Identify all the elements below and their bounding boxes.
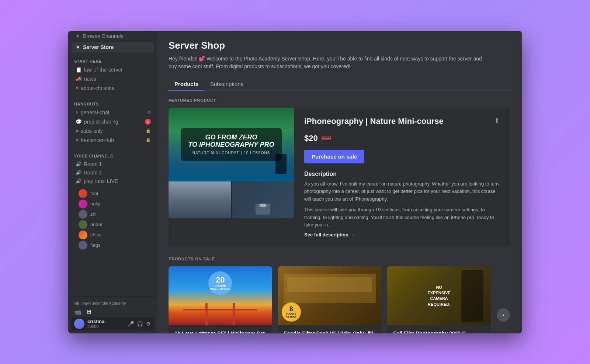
featured-thumbnails (169, 181, 294, 218)
wallpaper-badge: 20 UNIQUEWALLPAPERS (208, 271, 232, 295)
thumbnail-2 (231, 181, 294, 218)
featured-product-images: GO FROM ZEROTO IPHONEOGRAPHY PRO NATURE … (169, 108, 294, 247)
settings-icon: ⚙ (147, 110, 151, 115)
sidebar-item-about-label: about-christina (81, 85, 115, 91)
featured-product-card: GO FROM ZEROTO IPHONEOGRAPHY PRO NATURE … (169, 108, 510, 247)
sidebar-bottom: 📹 play-runs/Indie Academy 📹 🖥 cristina #… (68, 296, 157, 333)
voice-user-ander[interactable]: ander (68, 219, 157, 230)
price-original: $30 (322, 135, 332, 142)
avatar-zhi (79, 210, 87, 219)
browse-channels-label: Browse Channels (83, 33, 124, 39)
text-channel-icon: 📋 (76, 67, 82, 73)
thread-icon: # (76, 85, 79, 91)
hash-icon: # (76, 110, 79, 115)
mic-icon[interactable]: 🎤 (128, 321, 134, 327)
sidebar-item-law[interactable]: 📋 law-of-the-server (71, 65, 154, 74)
sidebar-item-law-label: law-of-the-server (84, 67, 123, 73)
description-title: Description (304, 171, 500, 177)
start-here-header: START HERE (68, 56, 157, 65)
settings-btn[interactable]: ⚙ (146, 321, 151, 327)
sidebar-item-news[interactable]: 📣 news (71, 74, 154, 83)
server-store-item[interactable]: ✦ Server Store (71, 42, 154, 52)
voice-users-list: tobi holly zhi ander chloe flags (68, 188, 157, 250)
avatar-holly (79, 200, 87, 208)
voice-user-tobi[interactable]: tobi (68, 188, 157, 199)
sidebar-item-about[interactable]: # about-christina (71, 84, 154, 93)
sidebar-item-subs[interactable]: # subs-only 🔒 (71, 126, 154, 135)
tab-subscriptions[interactable]: Subscriptions (204, 78, 249, 91)
announcement-icon: 📣 (76, 76, 82, 82)
sidebar-item-freelancer[interactable]: # freelancer-hub 🔒 (71, 136, 154, 145)
wallpaper-product-image: 20 UNIQUEWALLPAPERS (169, 266, 272, 325)
voice-user-chloe-name: chloe (90, 232, 102, 238)
voice-channels-section: VOICE CHANNELS 🔊 Room 1 🔊 Room 2 🔊 play … (68, 148, 157, 188)
wallpaper-product-name: "A Love Letter to SF" | Wallpaper Set (174, 330, 266, 333)
tab-products[interactable]: Products (169, 78, 204, 91)
avatar-chloe (79, 230, 87, 239)
bottom-channel-info: 📹 play-runs/Indie Academy (71, 299, 154, 307)
avatar-tobi (79, 189, 87, 198)
lock-icon-2: 🔒 (146, 138, 151, 142)
headset-icon[interactable]: 🎧 (137, 321, 143, 327)
food-product-name: Foodie Filter Pack V5 | 24hr Only! 🍱 (284, 330, 376, 333)
user-controls: 🎤 🎧 ⚙ (128, 321, 151, 327)
video-icon: 📹 (74, 301, 79, 306)
featured-label: FEATURED PRODUCT (169, 98, 510, 103)
voice-channel-room2[interactable]: 🔊 Room 2 (71, 169, 154, 177)
see-full-description-link[interactable]: See full description → (304, 232, 500, 238)
featured-product-info: iPhoneography | Nature Mini-course ⬆ $20… (294, 108, 510, 247)
screen-share-btn[interactable]: 🖥 (86, 309, 92, 316)
app-window: ✦ Browse Channels ✦ Server Store START H… (68, 31, 522, 333)
speaker-icon: 🔊 (76, 161, 81, 167)
voice-user-chloe[interactable]: chloe (68, 230, 157, 240)
voice-user-zhi[interactable]: zhi (68, 209, 157, 219)
share-button[interactable]: ⬆ (494, 117, 500, 125)
sidebar-item-project[interactable]: 💬 project-sharing 1 (71, 117, 154, 126)
speaker-icon-3: 🔊 (76, 178, 81, 184)
user-bar: cristina #0000 🎤 🎧 ⚙ (71, 317, 154, 330)
sidebar-item-news-label: news (84, 76, 96, 82)
main-content: Server Shop Hey friends!! 💕 Welcome to t… (157, 31, 522, 333)
description-para-1: As you all know, I've built my career on… (304, 180, 500, 203)
voice-user-zhi-name: zhi (90, 211, 97, 217)
thumbnail-1 (169, 181, 231, 218)
compass-icon: ✦ (76, 33, 80, 39)
food-product-image: 8 FOODIEFILTERS (278, 266, 382, 325)
voice-channel-room1[interactable]: 🔊 Room 1 (71, 160, 154, 168)
product-card-food[interactable]: 8 FOODIEFILTERS Foodie Filter Pack V5 | … (278, 266, 382, 333)
food-product-info: Foodie Filter Pack V5 | 24hr Only! 🍱 Tak… (278, 325, 382, 333)
bottom-controls: 📹 🖥 (71, 307, 154, 317)
sidebar-item-general[interactable]: # general-chat ⚙ (71, 108, 154, 117)
products-on-sale-row: 20 UNIQUEWALLPAPERS "A Love Letter to SF… (169, 266, 510, 333)
voice-user-flags-name: flags (90, 242, 100, 248)
user-tag: #0000 (87, 324, 104, 329)
browse-channels-item[interactable]: ✦ Browse Channels (71, 32, 154, 41)
voice-channel-playruns[interactable]: 🔊 play runs LIVE (71, 177, 154, 185)
featured-main-image: GO FROM ZEROTO IPHONEOGRAPHY PRO NATURE … (169, 108, 294, 181)
voice-user-flags[interactable]: flags (68, 240, 157, 250)
voice-playruns-label: play runs (84, 178, 105, 184)
lock-icon: 🔒 (146, 128, 151, 133)
product-card-wallpaper[interactable]: 20 UNIQUEWALLPAPERS "A Love Letter to SF… (169, 266, 272, 333)
product-card-film[interactable]: NOEXPENSIVECAMERAREQUIRED. Full Film Pho… (387, 266, 491, 333)
featured-product-title: iPhoneography | Nature Mini-course (304, 117, 444, 126)
server-store-label: Server Store (83, 44, 114, 50)
speaker-icon-2: 🔊 (76, 170, 81, 175)
purchase-button[interactable]: Purchase on sale (304, 150, 364, 163)
voice-user-holly-name: holly (90, 201, 100, 207)
price-row: $20 $30 (304, 134, 500, 143)
voice-user-holly[interactable]: holly (68, 199, 157, 209)
next-products-button[interactable]: › (497, 308, 510, 322)
food-badge: 8 FOODIEFILTERS (282, 302, 301, 322)
store-icon: ✦ (76, 44, 80, 50)
project-badge: 1 (145, 119, 151, 125)
featured-overlay: GO FROM ZEROTO IPHONEOGRAPHY PRO NATURE … (181, 128, 281, 161)
start-here-section: START HERE 📋 law-of-the-server 📣 news # … (68, 53, 157, 96)
sidebar-item-freelancer-label: freelancer-hub (81, 137, 114, 143)
price-current: $20 (304, 134, 318, 143)
hangouts-header: HANGOUTS (68, 99, 157, 108)
video-btn[interactable]: 📹 (74, 309, 81, 316)
description-para-2: This course will take you through 10 sec… (304, 206, 500, 229)
hangouts-section: HANGOUTS # general-chat ⚙ 💬 project-shar… (68, 96, 157, 148)
shop-title: Server Shop (169, 40, 510, 51)
